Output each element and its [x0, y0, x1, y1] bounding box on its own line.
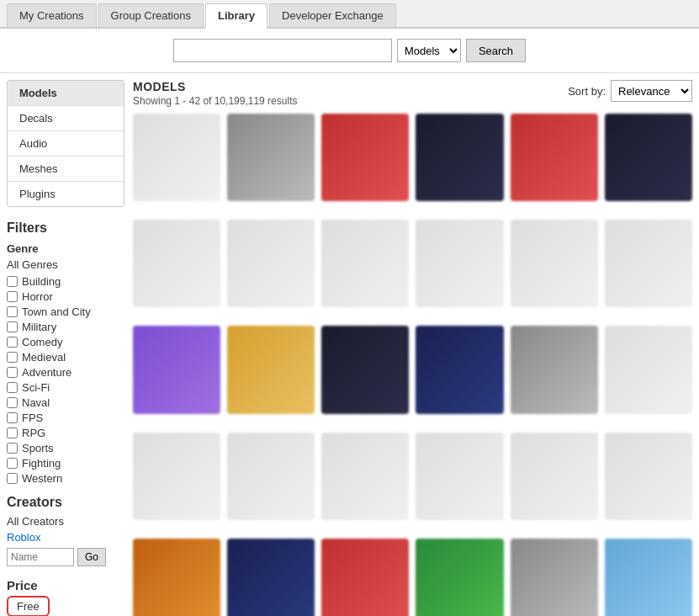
genre-checkbox-fighting[interactable] — [7, 458, 18, 469]
genre-checkbox-rpg[interactable] — [7, 427, 18, 438]
grid-item[interactable] — [227, 220, 315, 319]
item-label — [321, 417, 409, 426]
grid-item[interactable] — [133, 326, 220, 425]
sidebar-item-meshes[interactable]: Meshes — [8, 157, 124, 182]
genre-checkbox-building[interactable] — [7, 276, 18, 287]
genre-checkbox-naval[interactable] — [7, 397, 18, 408]
genre-checkbox-medieval[interactable] — [7, 352, 18, 363]
grid-item[interactable] — [133, 433, 220, 532]
grid-item[interactable] — [605, 539, 692, 616]
sort-select[interactable]: Relevance Most Taken Favorites Updated R… — [611, 80, 692, 102]
item-thumbnail — [511, 326, 598, 413]
genre-label: Building — [22, 275, 61, 288]
genre-checkbox-western[interactable] — [7, 473, 18, 484]
item-thumbnail — [605, 539, 692, 616]
item-thumbnail — [227, 539, 315, 616]
search-category-select[interactable]: Models Decals Audio Meshes Plugins — [397, 39, 461, 62]
grid-item[interactable] — [227, 433, 315, 532]
item-label — [321, 204, 409, 213]
grid-item[interactable] — [133, 220, 220, 319]
genre-label: Town and City — [22, 305, 91, 318]
search-input[interactable] — [173, 39, 392, 62]
item-label — [605, 417, 692, 426]
grid-item[interactable] — [605, 326, 692, 425]
grid-item[interactable] — [511, 326, 598, 425]
genre-item-rpg: RPG — [7, 427, 124, 439]
genre-checkbox-horror[interactable] — [7, 291, 18, 302]
genre-checkbox-fps[interactable] — [7, 412, 18, 423]
creator-name-input[interactable] — [7, 548, 74, 566]
grid-item[interactable] — [133, 539, 220, 616]
grid-item[interactable] — [605, 114, 692, 213]
models-header: MODELS Showing 1 - 42 of 10,199,119 resu… — [133, 80, 692, 107]
tab-group-creations[interactable]: Group Creations — [98, 3, 204, 27]
sidebar-item-audio[interactable]: Audio — [8, 131, 124, 157]
genre-checkbox-town-and-city[interactable] — [7, 306, 18, 317]
genre-item-sci-fi: Sci-Fi — [7, 381, 124, 394]
grid-item[interactable] — [321, 220, 409, 319]
genre-label: Fighting — [22, 457, 61, 470]
grid-item[interactable] — [605, 433, 692, 532]
search-button[interactable]: Search — [466, 39, 526, 62]
grid-item[interactable] — [416, 433, 503, 532]
filters-section: Filters Genre All Genres BuildingHorrorT… — [7, 220, 124, 485]
creators-title: Creators — [7, 495, 124, 510]
grid-item[interactable] — [511, 220, 598, 319]
sidebar-item-models[interactable]: Models — [8, 81, 124, 106]
item-thumbnail — [133, 326, 220, 413]
sort-by-row: Sort by: Relevance Most Taken Favorites … — [568, 80, 692, 102]
roblox-link[interactable]: Roblox — [7, 531, 124, 544]
item-label — [416, 204, 503, 213]
item-thumbnail — [511, 220, 598, 307]
grid-item[interactable] — [321, 433, 409, 532]
item-thumbnail — [133, 539, 220, 616]
item-thumbnail — [511, 433, 598, 520]
item-label — [605, 204, 692, 213]
grid-item[interactable] — [605, 220, 692, 319]
genre-label: Adventure — [22, 366, 71, 379]
genre-item-fps: FPS — [7, 412, 124, 424]
genre-label: Comedy — [22, 336, 62, 348]
sidebar-item-decals[interactable]: Decals — [8, 106, 124, 131]
genre-item-western: Western — [7, 472, 124, 485]
genre-checkbox-comedy[interactable] — [7, 337, 18, 348]
item-thumbnail — [416, 220, 503, 307]
grid-item[interactable] — [321, 539, 409, 616]
item-label — [227, 310, 315, 319]
grid-item[interactable] — [321, 326, 409, 425]
grid-item[interactable] — [416, 220, 503, 319]
genre-checkbox-adventure[interactable] — [7, 367, 18, 378]
grid-item[interactable] — [511, 114, 598, 213]
grid-item[interactable] — [133, 114, 220, 213]
go-button[interactable]: Go — [77, 548, 106, 566]
item-label — [227, 204, 315, 213]
genre-checkbox-sports[interactable] — [7, 443, 18, 454]
grid-item[interactable] — [227, 114, 315, 213]
genre-label: Military — [22, 321, 56, 333]
tab-developer-exchange[interactable]: Developer Exchange — [269, 3, 396, 27]
genre-item-town-and-city: Town and City — [7, 305, 124, 318]
sidebar-item-plugins[interactable]: Plugins — [8, 182, 124, 206]
genre-label: Naval — [22, 396, 50, 409]
grid-item[interactable] — [416, 114, 503, 213]
tab-library[interactable]: Library — [205, 3, 267, 29]
item-label — [321, 310, 409, 319]
grid-item[interactable] — [321, 114, 409, 213]
top-nav: My Creations Group Creations Library Dev… — [0, 0, 699, 29]
grid-item[interactable] — [227, 539, 315, 616]
genre-checkbox-sci-fi[interactable] — [7, 382, 18, 393]
grid-item[interactable] — [227, 326, 315, 425]
item-label — [416, 310, 503, 319]
grid-item[interactable] — [511, 539, 598, 616]
genre-label: Horror — [22, 290, 53, 303]
item-label — [227, 523, 315, 532]
genre-checkbox-military[interactable] — [7, 321, 18, 332]
genre-label: FPS — [22, 412, 43, 424]
grid-item[interactable] — [416, 539, 503, 616]
items-grid — [133, 114, 692, 616]
grid-item[interactable] — [511, 433, 598, 532]
results-count: Showing 1 - 42 of 10,199,119 results — [133, 95, 297, 107]
grid-item[interactable] — [416, 326, 503, 425]
tab-my-creations[interactable]: My Creations — [7, 3, 97, 27]
item-thumbnail — [416, 433, 503, 520]
